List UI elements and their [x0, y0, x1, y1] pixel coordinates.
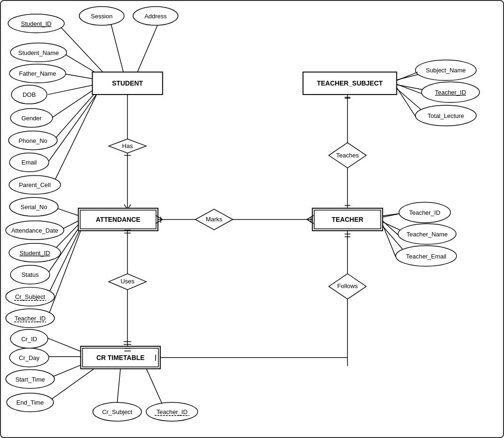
attr-end-time-label: End_Time: [16, 399, 44, 406]
rel-follows-label: Follows: [337, 282, 358, 289]
attr-teacher-name-label: Teacher_Name: [407, 231, 448, 238]
rel-uses-label: Uses: [120, 278, 134, 285]
attr-cr-subject2-label: Cr_Subject: [102, 408, 132, 415]
attr-student-id2-label: Student_ID: [20, 250, 50, 257]
attr-total-lecture-label: Total_Lecture: [427, 112, 464, 119]
attr-cr-id-label: Cr_ID: [21, 336, 37, 343]
attr-session-label: Session: [91, 13, 112, 20]
svg-line-9: [53, 94, 97, 185]
svg-line-7: [54, 91, 97, 141]
rel-teaches-label: Teaches: [336, 152, 359, 159]
entity-teacher-subject-label: TEACHER_SUBJECT: [317, 79, 383, 87]
attr-student-id-label: Student_ID: [21, 20, 52, 27]
attr-email-label: Email: [22, 159, 37, 166]
attr-teacher-id-t-label: Teacher_ID: [409, 209, 440, 216]
entity-student-label: STUDENT: [112, 79, 143, 87]
rel-marks-label: Marks: [206, 216, 222, 223]
svg-line-16: [47, 338, 85, 353]
attr-student-name-label: Student_Name: [18, 49, 59, 56]
er-diagram: STUDENT ATTENDANCE CR TIMETABLE TEACHER …: [0, 0, 504, 438]
attr-serial-no-label: Serial_No: [21, 203, 47, 211]
attr-dob-label: DOB: [23, 91, 36, 98]
attr-cr-subject-label: Cr_Subject: [15, 293, 45, 300]
attr-teacher-id-ts-label: Teacher_ID: [435, 89, 466, 96]
attr-cr-day-label: Cr_Day: [19, 354, 39, 361]
attr-phone-no-label: Phone_No: [18, 137, 47, 144]
svg-line-21: [146, 368, 164, 408]
attr-teacher-email-label: Teacher_Email: [406, 253, 447, 260]
attr-attendance-date-label: Attendance_Date: [11, 227, 58, 234]
attr-teacher-id3-label: Teacher_ID: [157, 408, 188, 415]
attr-address-label: Address: [144, 13, 166, 20]
svg-line-5: [48, 84, 97, 94]
svg-line-1: [111, 24, 124, 74]
rel-has-label: Has: [122, 142, 133, 149]
attr-subject-name-label: Subject_Name: [426, 67, 466, 74]
entity-attendance-label: ATTENDANCE: [96, 216, 141, 223]
attr-gender-label: Gender: [21, 115, 42, 122]
svg-line-20: [117, 368, 120, 408]
attr-father-name-label: Father_Name: [19, 70, 56, 77]
attr-status-label: Status: [22, 271, 39, 278]
svg-line-2: [137, 24, 158, 74]
entity-cr-timetable-label: CR TIMETABLE: [96, 354, 145, 361]
attr-start-time-label: Start_Time: [16, 376, 45, 383]
svg-line-54: [397, 72, 418, 80]
svg-line-3: [62, 53, 100, 75]
entity-teacher-label: TEACHER: [331, 216, 363, 223]
attr-teacher-id2-label: Teacher_ID: [15, 315, 46, 322]
svg-line-59: [383, 225, 396, 257]
svg-line-19: [47, 368, 95, 403]
svg-line-4: [62, 73, 97, 79]
attr-parent-cell-label: Parent_Cell: [19, 181, 51, 188]
